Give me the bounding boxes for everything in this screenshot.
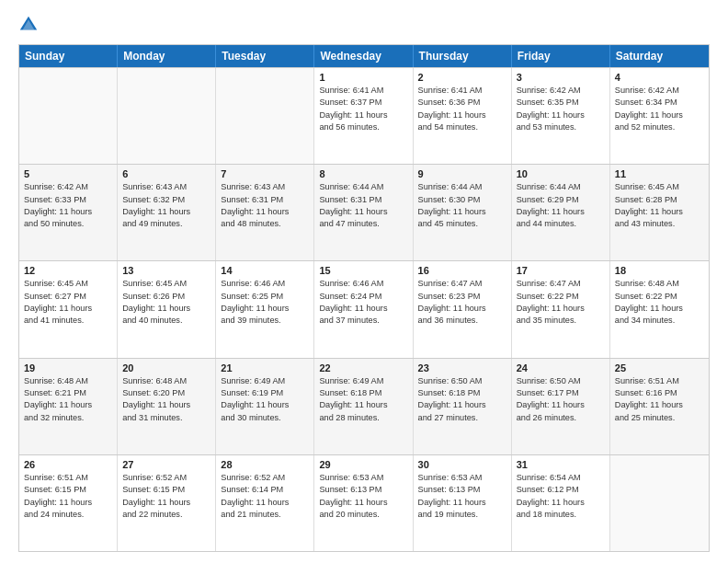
- calendar-cell: 21Sunrise: 6:49 AM Sunset: 6:19 PM Dayli…: [216, 359, 314, 454]
- calendar-cell: [610, 455, 709, 551]
- calendar-cell: [19, 68, 118, 164]
- calendar-cell: 18Sunrise: 6:48 AM Sunset: 6:22 PM Dayli…: [610, 261, 709, 357]
- header: [18, 15, 710, 35]
- calendar-cell: [216, 68, 314, 164]
- calendar: SundayMondayTuesdayWednesdayThursdayFrid…: [18, 44, 710, 552]
- day-number: 26: [24, 459, 112, 470]
- day-info: Sunrise: 6:42 AM Sunset: 6:33 PM Dayligh…: [24, 181, 112, 230]
- day-number: 19: [24, 362, 112, 373]
- day-number: 15: [319, 265, 407, 276]
- day-number: 29: [319, 459, 407, 470]
- calendar-header-cell: Monday: [118, 45, 216, 67]
- calendar-cell: 5Sunrise: 6:42 AM Sunset: 6:33 PM Daylig…: [19, 165, 118, 260]
- calendar-cell: 3Sunrise: 6:42 AM Sunset: 6:35 PM Daylig…: [512, 68, 610, 164]
- day-info: Sunrise: 6:54 AM Sunset: 6:12 PM Dayligh…: [517, 472, 605, 521]
- day-number: 17: [517, 265, 605, 276]
- calendar-week: 5Sunrise: 6:42 AM Sunset: 6:33 PM Daylig…: [19, 164, 709, 260]
- day-number: 5: [24, 168, 112, 179]
- day-info: Sunrise: 6:44 AM Sunset: 6:30 PM Dayligh…: [418, 181, 506, 230]
- day-info: Sunrise: 6:44 AM Sunset: 6:31 PM Dayligh…: [319, 181, 407, 230]
- day-info: Sunrise: 6:48 AM Sunset: 6:21 PM Dayligh…: [24, 375, 112, 424]
- day-info: Sunrise: 6:53 AM Sunset: 6:13 PM Dayligh…: [319, 472, 407, 521]
- day-number: 14: [221, 265, 309, 276]
- day-number: 25: [615, 362, 704, 373]
- calendar-cell: 26Sunrise: 6:51 AM Sunset: 6:15 PM Dayli…: [19, 455, 118, 551]
- calendar-header-cell: Tuesday: [216, 45, 314, 67]
- calendar-cell: 22Sunrise: 6:49 AM Sunset: 6:18 PM Dayli…: [314, 359, 413, 454]
- day-number: 21: [221, 362, 309, 373]
- day-number: 18: [615, 265, 704, 276]
- calendar-cell: 13Sunrise: 6:45 AM Sunset: 6:26 PM Dayli…: [118, 261, 216, 357]
- day-number: 10: [517, 168, 605, 179]
- day-number: 11: [615, 168, 704, 179]
- day-info: Sunrise: 6:43 AM Sunset: 6:32 PM Dayligh…: [122, 181, 210, 230]
- day-number: 4: [615, 72, 704, 83]
- day-number: 22: [319, 362, 407, 373]
- calendar-cell: 8Sunrise: 6:44 AM Sunset: 6:31 PM Daylig…: [314, 165, 413, 260]
- calendar-cell: 29Sunrise: 6:53 AM Sunset: 6:13 PM Dayli…: [314, 455, 413, 551]
- calendar-cell: 14Sunrise: 6:46 AM Sunset: 6:25 PM Dayli…: [216, 261, 314, 357]
- day-info: Sunrise: 6:47 AM Sunset: 6:22 PM Dayligh…: [517, 278, 605, 327]
- day-info: Sunrise: 6:52 AM Sunset: 6:15 PM Dayligh…: [122, 472, 210, 521]
- day-number: 28: [221, 459, 309, 470]
- day-number: 7: [221, 168, 309, 179]
- calendar-header-cell: Wednesday: [314, 45, 413, 67]
- calendar-cell: 27Sunrise: 6:52 AM Sunset: 6:15 PM Dayli…: [118, 455, 216, 551]
- day-number: 27: [122, 459, 210, 470]
- calendar-cell: 1Sunrise: 6:41 AM Sunset: 6:37 PM Daylig…: [314, 68, 413, 164]
- calendar-cell: 24Sunrise: 6:50 AM Sunset: 6:17 PM Dayli…: [512, 359, 610, 454]
- day-info: Sunrise: 6:45 AM Sunset: 6:28 PM Dayligh…: [615, 181, 704, 230]
- calendar-cell: 28Sunrise: 6:52 AM Sunset: 6:14 PM Dayli…: [216, 455, 314, 551]
- day-info: Sunrise: 6:49 AM Sunset: 6:18 PM Dayligh…: [319, 375, 407, 424]
- day-info: Sunrise: 6:49 AM Sunset: 6:19 PM Dayligh…: [221, 375, 309, 424]
- day-number: 23: [418, 362, 506, 373]
- calendar-body: 1Sunrise: 6:41 AM Sunset: 6:37 PM Daylig…: [19, 67, 709, 551]
- calendar-cell: 15Sunrise: 6:46 AM Sunset: 6:24 PM Dayli…: [314, 261, 413, 357]
- day-number: 13: [122, 265, 210, 276]
- calendar-week: 12Sunrise: 6:45 AM Sunset: 6:27 PM Dayli…: [19, 260, 709, 357]
- day-info: Sunrise: 6:52 AM Sunset: 6:14 PM Dayligh…: [221, 472, 309, 521]
- calendar-cell: 25Sunrise: 6:51 AM Sunset: 6:16 PM Dayli…: [610, 359, 709, 454]
- calendar-cell: [118, 68, 216, 164]
- calendar-cell: 17Sunrise: 6:47 AM Sunset: 6:22 PM Dayli…: [512, 261, 610, 357]
- day-info: Sunrise: 6:41 AM Sunset: 6:36 PM Dayligh…: [418, 85, 506, 133]
- day-info: Sunrise: 6:43 AM Sunset: 6:31 PM Dayligh…: [221, 181, 309, 230]
- day-info: Sunrise: 6:48 AM Sunset: 6:22 PM Dayligh…: [615, 278, 704, 327]
- day-info: Sunrise: 6:51 AM Sunset: 6:15 PM Dayligh…: [24, 472, 112, 521]
- calendar-week: 26Sunrise: 6:51 AM Sunset: 6:15 PM Dayli…: [19, 454, 709, 551]
- day-info: Sunrise: 6:42 AM Sunset: 6:34 PM Dayligh…: [615, 85, 704, 133]
- calendar-cell: 7Sunrise: 6:43 AM Sunset: 6:31 PM Daylig…: [216, 165, 314, 260]
- calendar-cell: 20Sunrise: 6:48 AM Sunset: 6:20 PM Dayli…: [118, 359, 216, 454]
- day-number: 1: [319, 72, 407, 83]
- calendar-cell: 10Sunrise: 6:44 AM Sunset: 6:29 PM Dayli…: [512, 165, 610, 260]
- calendar-header-cell: Friday: [512, 45, 610, 67]
- day-number: 31: [517, 459, 605, 470]
- calendar-cell: 2Sunrise: 6:41 AM Sunset: 6:36 PM Daylig…: [414, 68, 512, 164]
- logo: [18, 15, 42, 35]
- day-info: Sunrise: 6:51 AM Sunset: 6:16 PM Dayligh…: [615, 375, 704, 424]
- calendar-cell: 30Sunrise: 6:53 AM Sunset: 6:13 PM Dayli…: [414, 455, 512, 551]
- day-number: 6: [122, 168, 210, 179]
- day-info: Sunrise: 6:48 AM Sunset: 6:20 PM Dayligh…: [122, 375, 210, 424]
- calendar-cell: 6Sunrise: 6:43 AM Sunset: 6:32 PM Daylig…: [118, 165, 216, 260]
- day-number: 8: [319, 168, 407, 179]
- calendar-cell: 23Sunrise: 6:50 AM Sunset: 6:18 PM Dayli…: [414, 359, 512, 454]
- day-number: 12: [24, 265, 112, 276]
- page: SundayMondayTuesdayWednesdayThursdayFrid…: [0, 0, 728, 563]
- day-number: 20: [122, 362, 210, 373]
- calendar-cell: 4Sunrise: 6:42 AM Sunset: 6:34 PM Daylig…: [610, 68, 709, 164]
- calendar-week: 1Sunrise: 6:41 AM Sunset: 6:37 PM Daylig…: [19, 67, 709, 164]
- calendar-cell: 19Sunrise: 6:48 AM Sunset: 6:21 PM Dayli…: [19, 359, 118, 454]
- day-info: Sunrise: 6:44 AM Sunset: 6:29 PM Dayligh…: [517, 181, 605, 230]
- calendar-header: SundayMondayTuesdayWednesdayThursdayFrid…: [19, 45, 709, 67]
- day-info: Sunrise: 6:45 AM Sunset: 6:26 PM Dayligh…: [122, 278, 210, 327]
- day-info: Sunrise: 6:46 AM Sunset: 6:25 PM Dayligh…: [221, 278, 309, 327]
- logo-icon: [18, 15, 39, 35]
- day-number: 16: [418, 265, 506, 276]
- calendar-week: 19Sunrise: 6:48 AM Sunset: 6:21 PM Dayli…: [19, 358, 709, 454]
- day-info: Sunrise: 6:46 AM Sunset: 6:24 PM Dayligh…: [319, 278, 407, 327]
- day-info: Sunrise: 6:53 AM Sunset: 6:13 PM Dayligh…: [418, 472, 506, 521]
- day-number: 24: [517, 362, 605, 373]
- calendar-cell: 12Sunrise: 6:45 AM Sunset: 6:27 PM Dayli…: [19, 261, 118, 357]
- day-info: Sunrise: 6:50 AM Sunset: 6:18 PM Dayligh…: [418, 375, 506, 424]
